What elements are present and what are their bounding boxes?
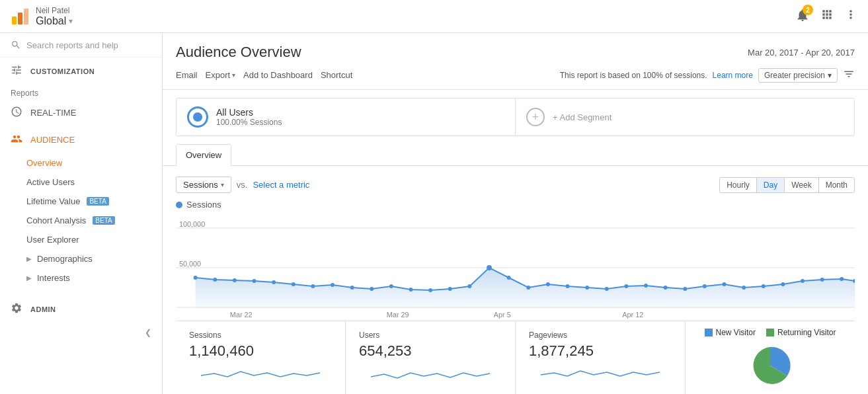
svg-point-32	[664, 286, 668, 290]
time-btn-week[interactable]: Week	[785, 178, 818, 192]
svg-rect-0	[12, 17, 17, 24]
svg-point-8	[194, 276, 198, 280]
svg-point-26	[546, 282, 550, 286]
stat-sessions-value: 1,140,460	[189, 342, 332, 360]
customization-icon	[11, 64, 22, 78]
export-button[interactable]: Export	[206, 67, 231, 83]
chart-legend: Sessions	[176, 200, 855, 210]
shortcut-button[interactable]: Shortcut	[321, 67, 352, 83]
date-range: Mar 20, 2017 - Apr 20, 2017	[748, 44, 855, 58]
returning-visitor-dot	[766, 329, 774, 336]
svg-point-27	[566, 284, 570, 288]
svg-point-16	[350, 286, 354, 290]
time-btn-day[interactable]: Day	[757, 178, 785, 192]
metric-arrow: ▾	[221, 181, 224, 188]
audience-label: AUDIENCE	[30, 135, 75, 145]
svg-point-17	[370, 287, 374, 291]
stat-pageviews: Pageviews 1,877,245	[516, 321, 686, 394]
chart-svg: 100,000 50,000	[176, 215, 855, 321]
pie-chart	[737, 342, 803, 389]
tab-bar: Overview	[163, 144, 868, 166]
stat-sessions: Sessions 1,140,460	[176, 321, 346, 394]
select-metric[interactable]: Select a metric	[253, 180, 309, 190]
customization-label: CUSTOMIZATION	[30, 67, 95, 75]
sidebar-item-interests[interactable]: ▶ Interests	[0, 268, 162, 288]
svg-point-41	[840, 277, 844, 281]
svg-point-24	[507, 276, 511, 280]
sessions-chart: 100,000 50,000	[176, 215, 855, 321]
precision-dropdown[interactable]: Greater precision ▾	[758, 68, 838, 83]
sessions-legend-dot	[176, 202, 182, 208]
svg-rect-2	[24, 9, 28, 24]
notification-button[interactable]: 2	[795, 8, 810, 24]
add-segment-button[interactable]: + + Add Segment	[516, 100, 854, 134]
stat-pageviews-label: Pageviews	[529, 331, 672, 340]
stat-pageviews-sparkline	[529, 364, 672, 383]
svg-text:Mar 29: Mar 29	[387, 311, 409, 319]
filter-icon[interactable]	[843, 68, 855, 83]
sidebar-search[interactable]: Search reports and help	[0, 33, 162, 58]
content-area: Audience Overview Mar 20, 2017 - Apr 20,…	[163, 33, 868, 394]
content-header: Audience Overview Mar 20, 2017 - Apr 20,…	[163, 33, 868, 61]
add-segment-circle: +	[526, 108, 545, 126]
add-segment-label: + Add Segment	[553, 112, 612, 122]
more-options-icon[interactable]	[844, 8, 857, 24]
svg-point-21	[448, 287, 452, 291]
stat-users-label: Users	[359, 331, 502, 340]
svg-point-13	[292, 282, 296, 286]
svg-point-25	[526, 286, 530, 290]
session-note: This report is based on 100% of sessions…	[560, 71, 707, 80]
sidebar-item-customization[interactable]: CUSTOMIZATION	[0, 58, 162, 85]
pie-legend-returning-visitor: Returning Visitor	[766, 328, 836, 337]
reports-section-header: Reports	[0, 85, 162, 99]
sidebar-collapse-button[interactable]: ❮	[0, 323, 162, 342]
email-button[interactable]: Email	[176, 67, 198, 83]
add-dashboard-button[interactable]: Add to Dashboard	[243, 67, 313, 83]
tab-overview[interactable]: Overview	[176, 144, 231, 166]
svg-point-19	[409, 288, 413, 292]
toolbar-left: Email Export ▾ Add to Dashboard Shortcut	[176, 67, 549, 83]
apps-icon[interactable]	[820, 8, 834, 24]
admin-label: ADMIN	[30, 305, 56, 313]
time-btn-month[interactable]: Month	[819, 178, 854, 192]
main-layout: Search reports and help CUSTOMIZATION Re…	[0, 33, 868, 394]
segment-circle	[187, 106, 208, 128]
sidebar-subitem-cohort[interactable]: Cohort Analysis BETA	[0, 211, 162, 230]
time-period-buttons: Hourly Day Week Month	[719, 177, 855, 193]
sidebar-item-admin[interactable]: ADMIN	[0, 296, 162, 323]
svg-text:Apr 5: Apr 5	[494, 311, 511, 319]
svg-point-38	[781, 282, 785, 286]
sidebar-item-demographics[interactable]: ▶ Demographics	[0, 249, 162, 268]
beta-badge-lifetime: BETA	[87, 197, 108, 206]
toolbar: Email Export ▾ Add to Dashboard Shortcut…	[163, 61, 868, 90]
svg-rect-1	[18, 13, 22, 24]
sidebar-subitem-user-explorer[interactable]: User Explorer	[0, 230, 162, 249]
user-info: Neil Patel Global ▾	[36, 6, 73, 27]
time-btn-hourly[interactable]: Hourly	[720, 178, 757, 192]
workspace[interactable]: Global ▾	[36, 15, 73, 27]
stat-pageviews-value: 1,877,245	[529, 342, 672, 360]
sidebar-item-audience[interactable]: AUDIENCE	[0, 126, 162, 153]
sidebar-item-realtime[interactable]: REAL-TIME	[0, 99, 162, 126]
chart-controls: Sessions ▾ vs. Select a metric Hourly Da…	[176, 177, 855, 193]
sidebar-subitem-active-users[interactable]: Active Users	[0, 173, 162, 192]
toolbar-right: This report is based on 100% of sessions…	[560, 68, 855, 83]
svg-point-31	[644, 284, 648, 288]
notification-badge: 2	[803, 5, 813, 15]
stat-users-sparkline	[359, 364, 502, 383]
sidebar: Search reports and help CUSTOMIZATION Re…	[0, 33, 163, 394]
vs-text: vs.	[237, 180, 248, 190]
export-dropdown[interactable]: Export ▾	[206, 67, 236, 83]
sidebar-subitem-lifetime-value[interactable]: Lifetime Value BETA	[0, 192, 162, 211]
learn-more-link[interactable]: Learn more	[713, 71, 753, 80]
svg-point-29	[605, 287, 609, 291]
user-name: Neil Patel	[36, 6, 73, 15]
sidebar-subitem-overview[interactable]: Overview	[0, 153, 162, 173]
stat-visitor-type: New Visitor Returning Visitor	[686, 321, 855, 394]
svg-text:50,000: 50,000	[179, 260, 201, 268]
svg-text:Apr 12: Apr 12	[622, 311, 643, 319]
segment-all-users[interactable]: All Users 100.00% Sessions	[177, 98, 516, 136]
metric-dropdown[interactable]: Sessions ▾	[176, 177, 231, 193]
svg-point-37	[762, 284, 766, 288]
top-header: Neil Patel Global ▾ 2	[0, 0, 868, 33]
